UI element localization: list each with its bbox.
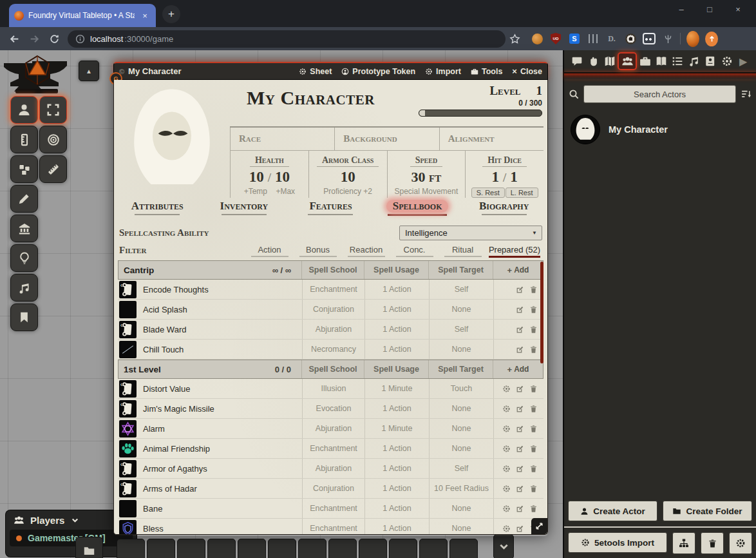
health-tempmax-label[interactable]: +Max: [276, 187, 295, 196]
sidebar-tab-scenes[interactable]: [601, 53, 618, 70]
s-extension-icon[interactable]: S: [569, 34, 580, 44]
settings-button[interactable]: [729, 532, 752, 554]
notes-controls-button[interactable]: [10, 303, 38, 331]
sheet-config-button[interactable]: Sheet: [299, 67, 332, 76]
back-icon[interactable]: [9, 34, 20, 44]
macro-slot[interactable]: [328, 539, 357, 558]
update-browser-button[interactable]: [705, 32, 718, 46]
edit-icon[interactable]: [516, 465, 524, 473]
spellcasting-ability-select[interactable]: Intelligence ▼: [399, 226, 542, 240]
spell-name[interactable]: Bane: [137, 504, 302, 514]
sidebar-tab-items[interactable]: [637, 53, 653, 70]
macro-slot[interactable]: [238, 539, 266, 558]
delete-icon[interactable]: [529, 405, 538, 413]
sidebar-tab-playlists[interactable]: [686, 53, 702, 70]
alarm-pentacle-icon[interactable]: [119, 420, 137, 438]
ublock-extension-icon[interactable]: UO: [551, 33, 561, 44]
paw-icon[interactable]: [119, 440, 137, 457]
d-extension-icon[interactable]: D.: [608, 34, 616, 44]
tile-controls-button[interactable]: [10, 155, 38, 183]
prepare-toggle-icon[interactable]: [502, 465, 511, 473]
edit-icon[interactable]: [516, 524, 524, 533]
sidebar-tab-compendium[interactable]: [703, 53, 719, 70]
claw-extension-icon[interactable]: [663, 34, 673, 44]
scroll-icon[interactable]: [119, 460, 137, 477]
ac-value[interactable]: 10: [341, 169, 355, 185]
edit-icon[interactable]: [516, 285, 524, 294]
delete-icon[interactable]: [529, 465, 538, 473]
hit-dice-current[interactable]: 1: [491, 169, 499, 185]
new-tab-button[interactable]: +: [162, 5, 180, 23]
token-controls-button[interactable]: [10, 96, 38, 124]
delete-icon[interactable]: [529, 345, 538, 354]
acid-splash-icon[interactable]: [119, 301, 137, 318]
delete-icon[interactable]: [529, 305, 538, 314]
tab-biography[interactable]: Biography: [460, 200, 547, 221]
nav-collapse-button[interactable]: ▲: [79, 61, 99, 81]
eye-extension-icon[interactable]: [625, 34, 636, 44]
long-rest-button[interactable]: L. Rest: [506, 188, 538, 198]
alignment-field[interactable]: Alignment: [439, 128, 543, 150]
prepare-toggle-icon[interactable]: [502, 445, 511, 453]
health-current[interactable]: 10: [249, 169, 264, 185]
create-folder-button[interactable]: Create Folder: [663, 501, 752, 521]
create-actor-button[interactable]: Create Actor: [568, 501, 657, 521]
sidebar-expand-button[interactable]: ▶: [735, 53, 751, 70]
bookmark-star-icon[interactable]: [509, 34, 520, 44]
sidebar-tab-combat[interactable]: [585, 53, 601, 70]
spell-name[interactable]: Chill Touch: [137, 345, 302, 354]
close-window-button[interactable]: ×: [724, 1, 752, 18]
profile-avatar[interactable]: [686, 31, 699, 47]
edit-icon[interactable]: [516, 445, 524, 453]
delete-all-button[interactable]: [701, 532, 724, 554]
sound-controls-button[interactable]: [10, 274, 38, 302]
macro-slot[interactable]: [117, 539, 145, 558]
delete-icon[interactable]: [529, 325, 538, 334]
lighting-controls-button[interactable]: [10, 244, 38, 272]
import-button[interactable]: Import: [425, 67, 461, 76]
macro-slot[interactable]: [147, 539, 175, 558]
spell-name[interactable]: Bless: [137, 524, 302, 534]
macro-slot[interactable]: [207, 539, 236, 558]
health-temp-label[interactable]: +Temp: [244, 187, 267, 196]
maximize-button[interactable]: □: [695, 1, 724, 18]
sidebar-tab-settings[interactable]: [719, 53, 735, 70]
scroll-icon[interactable]: [119, 321, 137, 338]
browser-tab[interactable]: Foundry Virtual Tabletop • A Stan ×: [9, 4, 156, 27]
delete-icon[interactable]: [529, 425, 538, 433]
spell-name[interactable]: Armor of Agathys: [137, 464, 302, 474]
spell-name[interactable]: Arms of Hadar: [137, 484, 302, 494]
prepare-toggle-icon[interactable]: [502, 524, 511, 533]
macro-slot[interactable]: [177, 539, 205, 558]
macro-slot[interactable]: [298, 539, 326, 558]
section-slots[interactable]: ∞ / ∞: [272, 265, 301, 275]
tab-spellbook[interactable]: Spellbook: [374, 200, 461, 221]
hotbar-collapse-button[interactable]: [493, 534, 514, 558]
folder-tree-button[interactable]: [672, 532, 695, 554]
sidebar-tab-chat[interactable]: [569, 53, 585, 70]
edit-icon[interactable]: [516, 305, 524, 314]
tab-features[interactable]: Features: [287, 200, 374, 221]
macro-slot[interactable]: [389, 539, 417, 558]
chill-touch-icon[interactable]: [119, 341, 137, 358]
grid-extension-icon[interactable]: [589, 34, 598, 43]
race-field[interactable]: Race: [230, 128, 334, 150]
measure-controls-button[interactable]: [10, 126, 38, 153]
forward-icon[interactable]: [29, 34, 40, 44]
5etools-import-button[interactable]: 5etools Import: [568, 532, 667, 553]
prepare-toggle-icon[interactable]: [502, 485, 511, 493]
scroll-icon[interactable]: [119, 380, 137, 398]
macro-slot[interactable]: [359, 539, 387, 558]
scroll-icon[interactable]: [119, 400, 137, 418]
window-resize-handle[interactable]: [531, 518, 547, 534]
level-value[interactable]: 1: [536, 84, 543, 98]
edit-icon[interactable]: [516, 325, 524, 334]
spell-name[interactable]: Alarm: [137, 424, 302, 434]
macro-slot[interactable]: [268, 539, 296, 558]
delete-icon[interactable]: [529, 385, 538, 393]
address-bar[interactable]: localhost :30000/game: [68, 30, 506, 48]
special-movement-label[interactable]: Special Movement: [388, 187, 466, 196]
prepare-toggle-icon[interactable]: [502, 385, 511, 393]
spell-name[interactable]: Encode Thoughts: [137, 285, 302, 294]
edit-icon[interactable]: [516, 425, 524, 433]
